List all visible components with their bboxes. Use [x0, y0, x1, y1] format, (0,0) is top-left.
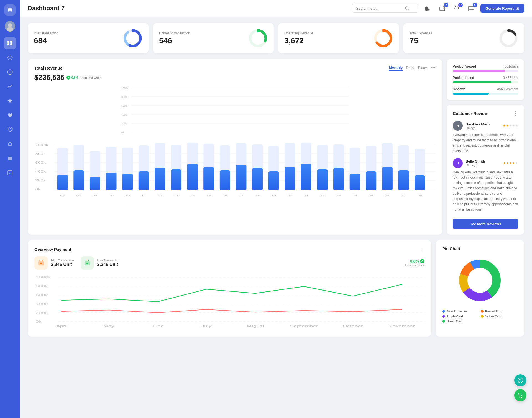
sidebar-logo[interactable]: W [4, 4, 16, 16]
progress-bar-reviews [453, 93, 518, 95]
svg-text:August: August [246, 325, 264, 328]
svg-text:13: 13 [174, 194, 178, 197]
reviewer-time-2: 20m ago [466, 163, 500, 167]
svg-text:19: 19 [271, 194, 276, 197]
svg-text:28: 28 [417, 194, 422, 197]
donut-revenue [374, 29, 393, 48]
search-box[interactable] [352, 4, 418, 13]
donut-expenses [499, 29, 518, 48]
svg-text:25: 25 [369, 194, 374, 197]
overview-title: Overview Payment [34, 247, 71, 252]
moon-icon [425, 6, 431, 11]
right-panel: Product Viewed 561/days Product Listed 3… [447, 59, 524, 235]
svg-rect-77 [139, 171, 149, 190]
sidebar-item-info[interactable]: i [4, 66, 16, 78]
svg-text:07: 07 [76, 194, 81, 197]
metric-reviews: Reviews 456 Comment [453, 87, 518, 95]
search-input[interactable] [356, 6, 403, 11]
sidebar-item-heart-filled[interactable] [4, 109, 16, 121]
svg-text:600k: 600k [35, 161, 46, 164]
svg-rect-83 [171, 169, 181, 190]
svg-point-133 [86, 263, 88, 264]
svg-text:200k: 200k [35, 311, 48, 314]
support-button[interactable] [514, 374, 526, 386]
sidebar-item-dashboard[interactable] [4, 37, 16, 49]
revenue-more-options[interactable]: ••• [430, 65, 436, 71]
svg-text:0k: 0k [121, 131, 124, 134]
stat-label-domestic: Domestic transaction [159, 31, 190, 35]
sidebar-item-analytics[interactable] [4, 80, 16, 93]
svg-rect-71 [106, 173, 117, 190]
overview-more-options[interactable]: ⋮ [420, 246, 424, 252]
svg-text:400k: 400k [35, 302, 48, 306]
svg-point-2 [7, 27, 13, 32]
legend-yellow-card: Yellow Card [481, 315, 518, 318]
pie-legend: Sale Properties Rented Prop Purple Card … [442, 310, 518, 323]
svg-rect-6 [10, 43, 12, 45]
wallet-button[interactable]: 2 [437, 3, 447, 13]
sidebar-item-settings[interactable] [4, 52, 16, 64]
svg-point-131 [40, 263, 42, 264]
svg-text:May: May [104, 325, 115, 328]
see-more-reviews-button[interactable]: See More Reviews [453, 219, 518, 229]
progress-bar-viewed [453, 70, 518, 72]
svg-point-162 [520, 381, 521, 381]
sidebar-item-list[interactable] [4, 167, 16, 179]
reviewer-name-2: Bella Smith [466, 159, 500, 163]
high-transaction-icon [34, 256, 48, 270]
sidebar-item-heart-outline[interactable] [4, 124, 16, 136]
sidebar-item-menu[interactable] [4, 152, 16, 165]
svg-text:26: 26 [385, 194, 390, 197]
page-title: Dashboard 7 [28, 5, 347, 12]
tab-daily[interactable]: Daily [406, 66, 414, 70]
svg-rect-125 [398, 170, 409, 190]
svg-point-7 [9, 57, 11, 58]
legend-dot-purple [442, 315, 445, 318]
svg-text:October: October [342, 325, 363, 328]
svg-rect-110 [317, 169, 328, 190]
svg-marker-10 [8, 99, 12, 103]
svg-rect-74 [122, 174, 133, 190]
svg-rect-101 [268, 171, 279, 190]
sidebar: W i [0, 0, 20, 418]
svg-rect-119 [366, 171, 376, 190]
customer-review-card: Customer Review ⋮ H Hawkins Maru 5m ago … [447, 105, 524, 235]
svg-text:200k: 200k [121, 122, 127, 125]
sidebar-item-print[interactable] [4, 138, 16, 150]
sidebar-item-star[interactable] [4, 95, 16, 107]
notifications-button[interactable]: 12 [452, 3, 462, 13]
main-content: Dashboard 7 2 12 5 Generate Report [20, 0, 532, 418]
cart-button[interactable] [514, 389, 526, 401]
stat-card-inter-transaction: Inter. transaction 684 [28, 23, 149, 53]
svg-rect-80 [155, 168, 165, 190]
reviewer-stars-1: ★★★★★ [503, 124, 518, 128]
sidebar-avatar[interactable] [5, 21, 15, 32]
revenue-tabs: Monthly Daily Today ••• [389, 65, 436, 71]
total-revenue-card: Total Revenue Monthly Daily Today ••• $2… [28, 59, 442, 235]
overview-trend: 0,8% than last week [405, 256, 424, 270]
tab-monthly[interactable]: Monthly [389, 65, 403, 71]
svg-text:200k: 200k [35, 179, 46, 182]
pie-chart-title: Pie Chart [442, 246, 518, 251]
svg-point-134 [420, 259, 424, 263]
messages-button[interactable]: 5 [466, 3, 476, 13]
theme-toggle-button[interactable] [423, 3, 433, 13]
svg-text:1000k: 1000k [121, 87, 128, 89]
svg-text:1000k: 1000k [35, 143, 48, 147]
svg-rect-5 [7, 43, 9, 45]
reviewer-time-1: 5m ago [466, 126, 500, 130]
chat-badge: 5 [473, 3, 477, 7]
svg-line-21 [408, 9, 409, 10]
overview-payment-card: Overview Payment ⋮ High Transaction 2,34… [28, 240, 431, 337]
svg-text:15: 15 [206, 194, 211, 197]
reviewer-avatar-2: B [453, 158, 463, 168]
review-more-options[interactable]: ⋮ [513, 110, 518, 116]
svg-text:22: 22 [320, 194, 325, 197]
svg-rect-128 [415, 175, 425, 190]
tab-today[interactable]: Today [417, 66, 427, 70]
svg-text:800k: 800k [35, 152, 46, 155]
svg-rect-95 [236, 165, 246, 190]
generate-report-button[interactable]: Generate Report [480, 4, 524, 13]
legend-green-card: Green Card [442, 320, 479, 323]
bell-badge: 12 [458, 3, 463, 7]
